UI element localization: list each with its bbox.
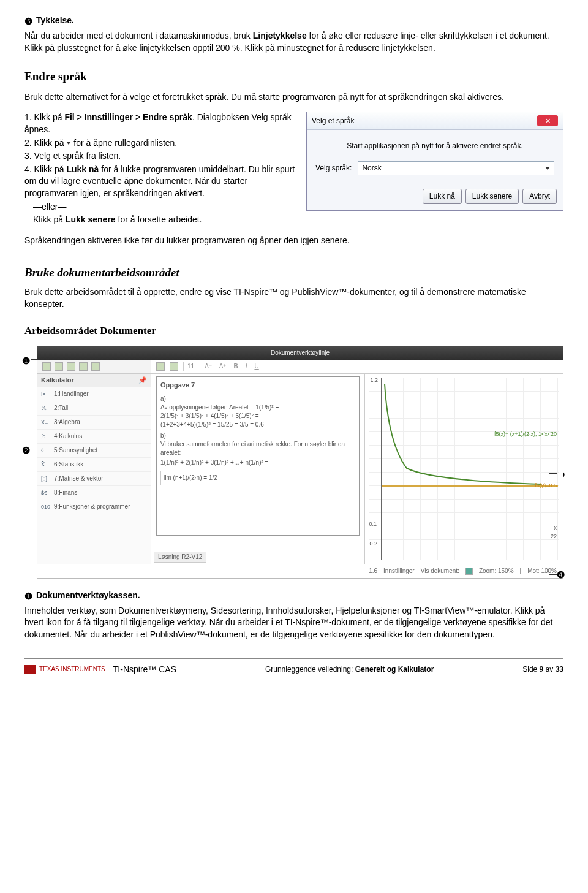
callout-4-icon: ❹ xyxy=(557,568,565,581)
pin-icon[interactable]: 📌 xyxy=(138,376,147,385)
status-settings[interactable]: Innstillinger xyxy=(383,567,415,576)
document-tab[interactable]: Løsning R2-V12 xyxy=(154,552,206,563)
sidebar-item[interactable]: X̄6:Statistikk xyxy=(37,458,151,472)
callout-5-icon: ❺ xyxy=(24,15,32,28)
doc-workspace-intro: Bruk dette arbeidsområdet til å opprette… xyxy=(24,286,564,310)
x-label: x xyxy=(554,524,557,532)
x-axis xyxy=(369,534,559,534)
sidebar-toolbox: Kalkulator 📌 f×1:Handlinger⅕2:TallX=3:Al… xyxy=(37,374,151,564)
format-icon[interactable] xyxy=(170,362,178,371)
callout-line xyxy=(31,449,38,449)
workspace-figure: ❶ ❷ ❸ ❹ Dokumentverktøylinje 11 A⁻ A⁺ B … xyxy=(24,346,564,579)
view-icon[interactable] xyxy=(466,568,473,575)
ti-chip-icon xyxy=(24,665,36,674)
sidebar-item[interactable]: [::]7:Matrise & vektor xyxy=(37,472,151,486)
italic-button[interactable]: I xyxy=(244,362,249,371)
tool-icon[interactable] xyxy=(42,362,51,371)
of-label: av xyxy=(543,665,555,674)
ti-logo: TEXAS INSTRUMENTS xyxy=(24,665,105,674)
toolbar-row: 11 A⁻ A⁺ B I U xyxy=(37,360,563,374)
y-axis xyxy=(381,378,382,560)
doc-limit-box: lim (n+1)/(2·n) = 1/2 xyxy=(160,471,355,485)
brand-text: TEXAS INSTRUMENTS xyxy=(39,665,105,674)
close-icon[interactable]: ✕ xyxy=(537,115,558,126)
toolbox-tabs[interactable] xyxy=(37,360,151,373)
workspace-screenshot: Dokumentverktøylinje 11 A⁻ A⁺ B I U xyxy=(37,346,564,579)
sidebar-item-label: 8:Finans xyxy=(54,488,77,497)
tool-icon[interactable] xyxy=(55,362,63,371)
doc-line: 1(1/n)² + 2(1/n)² + 3(1/n)² +…+ n(1/n)² … xyxy=(160,458,355,467)
callout-1-icon: ❶ xyxy=(22,354,30,367)
dialog-velg-sprak: Velg et språk ✕ Start applikasjonen på n… xyxy=(306,112,564,210)
text: for å forsette arbeidet. xyxy=(116,215,202,224)
doc-line: Av opplysningene følger: Arealet = 1(1/5… xyxy=(160,403,355,412)
sidebar-item[interactable]: $€8:Finans xyxy=(37,486,151,500)
sidebar-item-label: 3:Algebra xyxy=(54,418,80,427)
limit-expr: lim (n+1)/(2·n) = 1/2 xyxy=(164,474,217,482)
lang-steps: 1. Klkk på Fil > Innstillinger > Endre s… xyxy=(24,112,296,227)
curve-f5 xyxy=(382,382,541,499)
x-tick: 22 xyxy=(551,533,557,541)
menu-icon: [::] xyxy=(41,475,51,483)
section-1-title: Dokumentverktøykassen. xyxy=(36,590,140,602)
bold-button[interactable]: B xyxy=(232,362,239,371)
y-tick: -0.2 xyxy=(368,540,377,548)
format-bar[interactable]: 11 A⁻ A⁺ B I U xyxy=(151,360,563,373)
menu-icon: ⅕ xyxy=(41,405,51,412)
tool-icon[interactable] xyxy=(79,362,88,371)
sidebar-item[interactable]: ∫d4:Kalkulus xyxy=(37,430,151,444)
line-f6 xyxy=(382,485,558,487)
select-value: Norsk xyxy=(362,163,381,173)
font-size[interactable]: 11 xyxy=(183,362,198,371)
callout-2-icon: ❷ xyxy=(22,444,30,457)
text: Når du arbeider med et dokument i datama… xyxy=(24,31,253,40)
status-zoom[interactable]: Zoom: 150% xyxy=(479,567,514,576)
lukk-na-button[interactable]: Lukk nå xyxy=(423,189,462,204)
sidebar-item[interactable]: ⅕2:Tall xyxy=(37,401,151,416)
menu-icon: X= xyxy=(41,419,51,427)
text: 4. Klikk på xyxy=(24,164,66,174)
section-5-heading: ❺ Tykkelse. xyxy=(24,15,564,28)
btn-ref-lukk-na: Lukk nå xyxy=(66,164,99,174)
sidebar-item[interactable]: 0109:Funksjoner & programmer xyxy=(37,500,151,514)
section-5-body: Når du arbeider med et dokument i datama… xyxy=(24,30,564,54)
tool-icon[interactable] xyxy=(67,362,75,371)
language-select[interactable]: Norsk xyxy=(358,161,554,175)
heading-workspace-documents: Arbeidsområdet Dokumenter xyxy=(24,324,564,338)
document-pane: Oppgave 7 a) Av opplysningene følger: Ar… xyxy=(151,374,365,564)
y-tick: 0.1 xyxy=(369,520,377,528)
format-a-minus[interactable]: A⁻ xyxy=(203,362,213,371)
format-a-plus[interactable]: A⁺ xyxy=(218,362,228,371)
text: Klikk på xyxy=(33,215,66,224)
sidebar-title: Kalkulator xyxy=(41,376,74,385)
tool-icon[interactable] xyxy=(91,362,100,371)
toolbar-title: Dokumentverktøylinje xyxy=(271,349,330,357)
dialog-titlebar: Velg et språk ✕ xyxy=(307,112,563,130)
format-icon[interactable] xyxy=(156,362,165,371)
product-name: TI-Nspire™ CAS xyxy=(113,664,176,676)
graph-pane: 1.2 0.1 -0.2 x 22 f5(x)= (x+1)/(2·x), 1<… xyxy=(365,374,563,564)
avbryt-button[interactable]: Avbryt xyxy=(522,189,557,204)
menu-icon: ∫d xyxy=(41,433,51,441)
document-toolbar-header: Dokumentverktøylinje xyxy=(37,346,563,360)
lukk-senere-button[interactable]: Lukk senere xyxy=(466,189,519,204)
status-page[interactable]: 1.6 xyxy=(369,567,377,576)
dialog-title-text: Velg et språk xyxy=(312,116,354,126)
step-3: 3. Velg et språk fra listen. xyxy=(24,150,296,162)
sidebar-item[interactable]: X=3:Algebra xyxy=(37,416,151,430)
callout-line xyxy=(549,574,557,575)
page-footer: TEXAS INSTRUMENTS TI-Nspire™ CAS Grunnle… xyxy=(24,658,564,676)
menu-path: Fil > Innstillinger > Endre språk xyxy=(64,112,192,122)
sidebar-item[interactable]: ◊5:Sannsynlighet xyxy=(37,444,151,458)
menu-icon: $€ xyxy=(41,489,51,497)
status-view-label: Vis dokument: xyxy=(421,567,459,576)
underline-button[interactable]: U xyxy=(253,362,260,371)
y-tick: 1.2 xyxy=(370,376,378,384)
dialog-message: Start applikasjonen på nytt for å aktive… xyxy=(315,141,554,151)
page-label: Side xyxy=(522,665,539,674)
lang-note: Språkendringen aktiveres ikke før du luk… xyxy=(24,235,564,247)
sidebar-item-label: 7:Matrise & vektor xyxy=(54,474,104,483)
sidebar-item[interactable]: f×1:Handlinger xyxy=(37,387,151,401)
doc-line: (1+2+3+4+5)(1/5)² = 15/25 = 3/5 = 0.6 xyxy=(160,420,355,429)
sidebar-header[interactable]: Kalkulator 📌 xyxy=(37,374,151,387)
